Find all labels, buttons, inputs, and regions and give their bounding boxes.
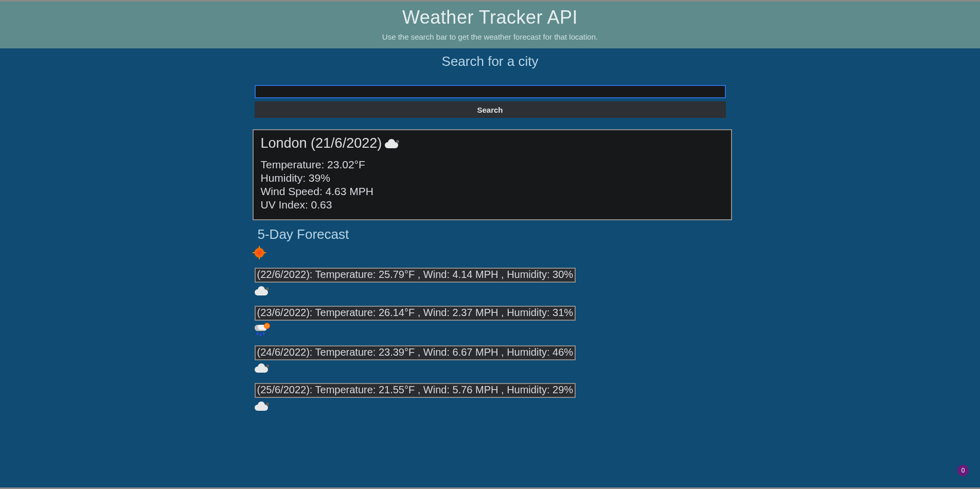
page-subtitle: Use the search bar to get the weather fo…	[0, 32, 980, 41]
forecast-list: (22/6/2022): Temperature: 25.79°F , Wind…	[255, 248, 726, 411]
city-search-input[interactable]	[255, 85, 726, 98]
forecast-icon-row	[255, 324, 726, 335]
sun-icon	[255, 248, 264, 257]
notification-badge[interactable]: 0	[957, 465, 969, 476]
forecast-row: (24/6/2022): Temperature: 23.39°F , Wind…	[255, 345, 576, 360]
forecast-row: (22/6/2022): Temperature: 25.79°F , Wind…	[255, 268, 576, 283]
current-wind: Wind Speed: 4.63 MPH	[261, 185, 724, 198]
current-humidity: Humidity: 39%	[261, 172, 724, 184]
current-city-date: London (21/6/2022)	[261, 135, 382, 151]
forecast-icon-row	[255, 248, 726, 257]
forecast-heading: 5-Day Forecast	[258, 226, 726, 242]
cloud-icon	[385, 139, 399, 148]
forecast-row: (25/6/2022): Temperature: 21.55°F , Wind…	[255, 383, 576, 398]
search-button[interactable]: Search	[255, 101, 726, 118]
forecast-icon-row	[255, 286, 726, 295]
forecast-icon-row	[255, 363, 726, 373]
current-heading: London (21/6/2022)	[261, 135, 724, 151]
rain-cloud-icon	[255, 324, 269, 335]
cloud-icon	[255, 286, 269, 295]
cloud-icon	[255, 363, 269, 373]
current-temperature: Temperature: 23.02°F	[261, 159, 724, 171]
forecast-row: (23/6/2022): Temperature: 26.14°F , Wind…	[255, 306, 576, 321]
page-title: Weather Tracker API	[0, 7, 980, 28]
forecast-icon-row	[255, 401, 726, 411]
current-uv: UV Index: 0.63	[261, 199, 724, 211]
search-heading: Search for a city	[0, 54, 980, 69]
cloud-icon	[255, 401, 269, 411]
header-bar: Weather Tracker API Use the search bar t…	[0, 2, 980, 48]
current-weather-card: London (21/6/2022) Temperature: 23.02°F …	[253, 129, 732, 220]
